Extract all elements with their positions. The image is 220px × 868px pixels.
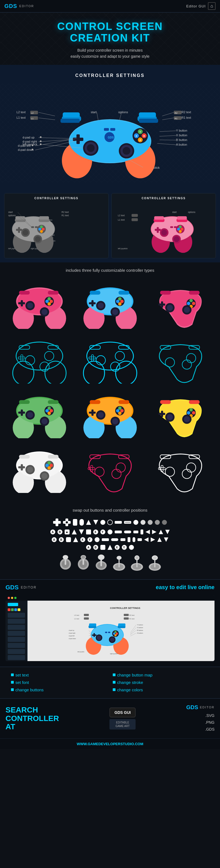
svg-point-261 xyxy=(184,416,190,422)
svg-text:A: A xyxy=(139,139,141,142)
svg-text:CONTROLLER SETTINGS: CONTROLLER SETTINGS xyxy=(110,607,140,610)
svg-text:d-pad left: d-pad left xyxy=(69,635,75,637)
includes-text: includes three fully customizable contro… xyxy=(5,268,215,273)
svg-point-142 xyxy=(173,236,179,242)
svg-point-252 xyxy=(167,414,173,420)
svg-rect-178 xyxy=(189,291,200,294)
svg-rect-40 xyxy=(60,119,80,123)
home-icon-box[interactable]: ⌂ xyxy=(208,2,216,10)
small-controllers-row: CONTROLLER SETTINGS start options R2 tex… xyxy=(0,189,220,262)
svg-rect-267 xyxy=(48,455,59,459)
small-right-title: CONTROLLER SETTINGS xyxy=(115,197,212,200)
promo-right-text: easy to edit live online xyxy=(156,584,215,590)
svg-point-387 xyxy=(135,556,139,559)
editable-game-art-badge: EDITABLEGAME ART xyxy=(109,719,136,730)
svg-marker-339 xyxy=(73,537,78,542)
svg-rect-396 xyxy=(84,614,89,616)
svg-rect-204 xyxy=(118,345,129,349)
svg-text:start: start xyxy=(172,211,177,214)
svg-rect-298 xyxy=(73,519,77,526)
svg-text:R1 text: R1 text xyxy=(129,618,135,620)
includes-section: includes three fully customizable contro… xyxy=(0,262,220,502)
editor-main: CONTROLLER SETTINGS L2 text L1 text R2 t… xyxy=(28,601,215,661)
svg-text:Y: Y xyxy=(102,531,104,534)
svg-rect-338 xyxy=(66,537,71,542)
svg-text:■: ■ xyxy=(66,531,67,534)
svg-point-180 xyxy=(167,305,173,311)
svg-point-307 xyxy=(133,520,138,525)
svg-point-75 xyxy=(32,149,33,150)
svg-rect-206 xyxy=(91,355,93,361)
svg-text:d-pad up: d-pad up xyxy=(23,136,34,139)
svg-marker-301 xyxy=(93,520,98,525)
feature-set-font: set font xyxy=(11,680,107,685)
svg-point-412 xyxy=(97,636,101,640)
promo-logo: GDS EDITOR xyxy=(5,584,36,591)
controller-cell-1 xyxy=(5,278,74,330)
footer-editor-label: EDITOR xyxy=(200,706,215,709)
svg-point-176 xyxy=(112,309,118,315)
svg-text:A: A xyxy=(53,538,55,541)
svg-text:L2 text: L2 text xyxy=(74,614,79,616)
feature-dot-3 xyxy=(11,688,14,691)
svg-point-423 xyxy=(110,638,114,642)
svg-point-258 xyxy=(192,411,195,414)
svg-text:Y: Y xyxy=(123,546,125,549)
svg-point-229 xyxy=(48,412,51,415)
svg-text:options: options xyxy=(8,214,16,217)
svg-marker-330 xyxy=(145,530,150,534)
main-controller-svg: L2 text L2 L1 text L1 R2 text R2 R1 text… xyxy=(0,84,220,182)
svg-point-309 xyxy=(148,520,153,525)
promo-bar: GDS EDITOR easy to edit live online xyxy=(0,580,220,595)
promo-banner: GDS EDITOR easy to edit live online xyxy=(0,579,220,667)
controller-grid-row2 xyxy=(5,333,215,385)
svg-rect-196 xyxy=(21,355,23,361)
svg-rect-410 xyxy=(118,623,126,626)
svg-point-135 xyxy=(179,225,182,228)
svg-rect-359 xyxy=(100,545,105,550)
header-left: GDS EDITOR xyxy=(4,3,34,9)
svg-rect-304 xyxy=(115,521,122,524)
svg-point-246 xyxy=(118,412,121,415)
svg-point-248 xyxy=(112,418,118,424)
feature-label-2: set font xyxy=(16,680,29,685)
svg-rect-49 xyxy=(73,138,83,141)
svg-text:left joystick: left joystick xyxy=(78,651,84,653)
svg-text:X: X xyxy=(116,546,118,549)
svg-point-189 xyxy=(184,307,190,313)
svg-point-185 xyxy=(187,302,190,305)
window-content: CONTROLLER SETTINGS L2 text L1 text R2 t… xyxy=(5,601,215,661)
buttons-row-3: A B X Y xyxy=(8,544,212,550)
win-maximize-dot xyxy=(14,597,17,599)
svg-text:B: B xyxy=(143,135,145,137)
controller-grid-row1 xyxy=(5,278,215,330)
svg-text:R2 text: R2 text xyxy=(182,111,191,114)
header: GDS EDITOR Editor GUI ⌂ xyxy=(0,0,220,13)
svg-point-111 xyxy=(35,236,41,242)
svg-point-302 xyxy=(100,520,105,525)
win-close-dot xyxy=(8,597,10,599)
svg-text:GDS: GDS xyxy=(108,136,114,139)
promo-gds: GDS xyxy=(5,584,19,591)
svg-rect-147 xyxy=(19,291,30,294)
svg-rect-350 xyxy=(138,538,142,541)
footer-left: SEARCH CONTROLLER AT xyxy=(5,706,59,731)
features-section: set text change button map set font chan… xyxy=(0,667,220,698)
svg-rect-165 xyxy=(118,291,129,294)
home-icon: ⌂ xyxy=(210,4,213,8)
svg-text:Y: Y xyxy=(89,538,91,541)
svg-point-288 xyxy=(165,467,175,476)
svg-point-310 xyxy=(155,520,160,525)
svg-text:Y: Y xyxy=(139,130,141,133)
svg-rect-109 xyxy=(35,226,38,228)
svg-rect-152 xyxy=(18,302,25,305)
svg-rect-182 xyxy=(158,303,165,306)
feature-dot-5 xyxy=(113,681,115,684)
svg-point-73 xyxy=(40,141,42,142)
editor-label: EDITOR xyxy=(19,4,34,8)
svg-rect-345 xyxy=(102,538,109,541)
feature-dot-6 xyxy=(113,688,115,691)
feature-dot-1 xyxy=(11,674,14,676)
svg-point-100 xyxy=(23,230,28,236)
svg-rect-60 xyxy=(110,128,115,131)
